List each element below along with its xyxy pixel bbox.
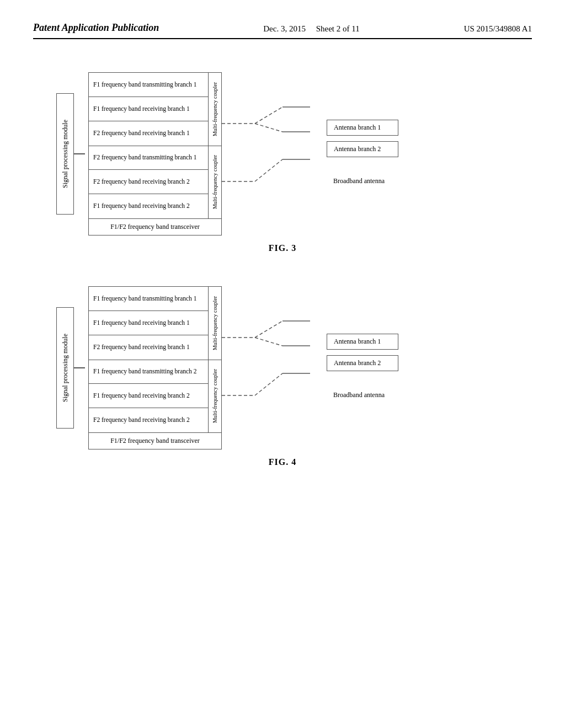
page-header: Patent Application Publication Dec. 3, 2… xyxy=(33,22,532,39)
svg-line-3 xyxy=(255,124,282,132)
fig3-bot-box-2: F2 frequency band receiving branch 2 xyxy=(89,170,208,194)
fig3-transceiver: F1/F2 frequency band transceiver xyxy=(88,219,222,235)
fig4-transceiver: F1/F2 frequency band transceiver xyxy=(88,433,222,449)
fig3-top-box-1: F1 frequency band transmitting branch 1 xyxy=(89,73,208,97)
fig3-top-box-3: F2 frequency band receiving branch 1 xyxy=(89,121,208,146)
fig4-antenna-1: Antenna branch 1 xyxy=(327,334,398,350)
fig4-broadband: Broadband antenna xyxy=(327,388,398,403)
fig3-label: FIG. 3 xyxy=(269,243,296,253)
figure-4-section: Signal processing module F1 frequency ba… xyxy=(33,286,532,467)
svg-line-6 xyxy=(255,159,282,181)
page: Patent Application Publication Dec. 3, 2… xyxy=(0,0,565,728)
publication-number: US 2015/349808 A1 xyxy=(464,24,532,34)
signal-processing-module-fig4: Signal processing module xyxy=(56,307,74,429)
signal-module-label-fig4: Signal processing module xyxy=(61,334,70,402)
signal-module-label-fig3: Signal processing module xyxy=(61,120,70,188)
fig4-top-box-3: F2 frequency band receiving branch 1 xyxy=(89,335,208,360)
svg-line-14 xyxy=(255,373,282,395)
fig3-connection-lines xyxy=(222,90,332,217)
fig3-antenna-group: Antenna branch 1 Antenna branch 2 Broadb… xyxy=(327,120,398,189)
publication-title: Patent Application Publication xyxy=(33,22,159,34)
svg-line-11 xyxy=(255,338,282,346)
fig4-connection-lines xyxy=(222,304,332,431)
fig4-top-coupler: Multi-frequency coupler xyxy=(209,286,222,360)
fig3-antenna-1: Antenna branch 1 xyxy=(327,120,398,136)
fig3-antenna-2: Antenna branch 2 xyxy=(327,141,398,157)
figure-3-section: Signal processing module F1 frequency ba… xyxy=(33,72,532,253)
fig4-bot-box-3: F2 frequency band receiving branch 2 xyxy=(89,408,208,432)
fig4-label: FIG. 4 xyxy=(269,457,296,467)
svg-line-9 xyxy=(255,321,282,338)
fig4-bot-box-2: F1 frequency band receiving branch 2 xyxy=(89,384,208,408)
fig3-bot-box-3: F1 frequency band receiving branch 2 xyxy=(89,194,208,218)
fig4-antenna-group: Antenna branch 1 Antenna branch 2 Broadb… xyxy=(327,334,398,403)
fig4-antenna-2: Antenna branch 2 xyxy=(327,355,398,371)
publication-date: Dec. 3, 2015 Sheet 2 of 11 xyxy=(263,24,359,34)
fig4-top-box-1: F1 frequency band transmitting branch 1 xyxy=(89,287,208,311)
signal-processing-module-fig3: Signal processing module xyxy=(56,93,74,215)
fig3-broadband: Broadband antenna xyxy=(327,174,398,189)
fig3-bot-box-1: F2 frequency band transmitting branch 1 xyxy=(89,146,208,170)
svg-line-1 xyxy=(255,107,282,124)
fig3-bot-coupler: Multi-frequency coupler xyxy=(209,146,222,219)
fig4-bot-coupler: Multi-frequency coupler xyxy=(209,360,222,433)
fig4-bot-box-1: F1 frequency band transmitting branch 2 xyxy=(89,360,208,384)
fig4-top-box-2: F1 frequency band receiving branch 1 xyxy=(89,311,208,335)
fig3-top-box-2: F1 frequency band receiving branch 1 xyxy=(89,97,208,121)
fig3-top-coupler: Multi-frequency coupler xyxy=(209,72,222,146)
